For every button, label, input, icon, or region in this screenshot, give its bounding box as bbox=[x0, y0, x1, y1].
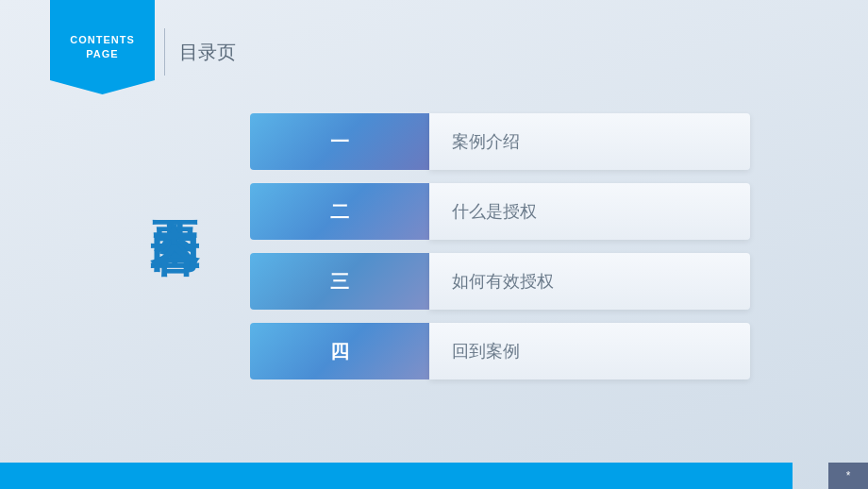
header-divider bbox=[164, 28, 165, 76]
page-title: 目录页 bbox=[179, 40, 236, 65]
row-text-1: 案例介绍 bbox=[429, 113, 750, 170]
row-text-4: 回到案例 bbox=[429, 323, 750, 379]
bottom-bar bbox=[0, 463, 793, 489]
row-item-2[interactable]: 二 什么是授权 bbox=[250, 183, 750, 240]
row-number-symbol-1: 一 bbox=[330, 129, 349, 155]
row-item-3[interactable]: 三 如何有效授权 bbox=[250, 253, 750, 310]
main-vertical-text: 主要内容 bbox=[149, 179, 201, 187]
contents-label-text: CONTENTSPAGE bbox=[70, 33, 135, 62]
row-text-3: 如何有效授权 bbox=[429, 253, 750, 310]
row-text-2: 什么是授权 bbox=[429, 183, 750, 240]
contents-label: CONTENTSPAGE bbox=[50, 0, 155, 94]
row-number-symbol-4: 四 bbox=[330, 339, 349, 364]
row-number-symbol-2: 二 bbox=[330, 199, 349, 225]
page-indicator: * bbox=[828, 463, 868, 489]
row-number-symbol-3: 三 bbox=[330, 269, 349, 295]
row-item-1[interactable]: 一 案例介绍 bbox=[250, 113, 750, 170]
row-number-2: 二 bbox=[250, 183, 429, 240]
row-number-1: 一 bbox=[250, 113, 429, 170]
row-number-3: 三 bbox=[250, 253, 429, 310]
row-item-4[interactable]: 四 回到案例 bbox=[250, 323, 750, 379]
contents-rows: 一 案例介绍 二 什么是授权 三 如何有效授权 四 回到案例 bbox=[250, 113, 750, 379]
row-number-4: 四 bbox=[250, 323, 429, 379]
